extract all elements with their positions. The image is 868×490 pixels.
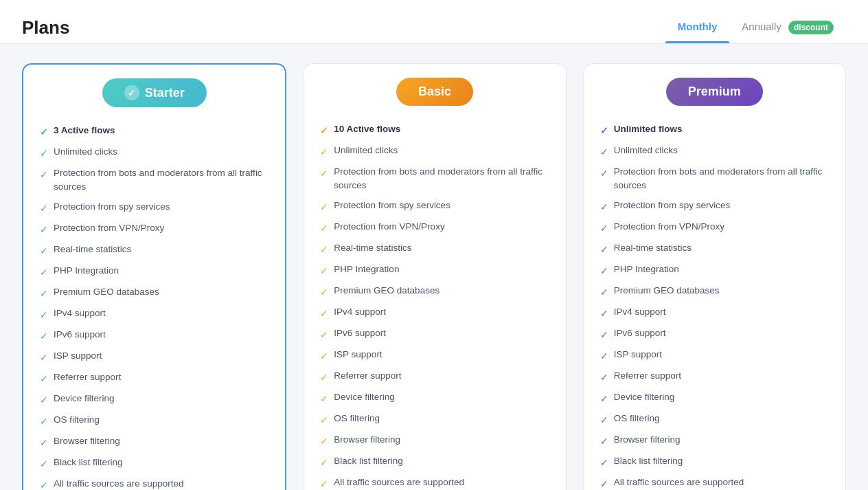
feature-item: ✓IPv6 support bbox=[320, 324, 549, 345]
check-icon: ✓ bbox=[600, 221, 608, 236]
check-icon: ✓ bbox=[40, 372, 48, 386]
feature-item: ✓All traffic sources are supported bbox=[320, 473, 549, 491]
feature-item: ✓Real-time statistics bbox=[40, 240, 269, 261]
check-icon: ✓ bbox=[40, 414, 48, 429]
feature-item: ✓Protection from VPN/Proxy bbox=[320, 217, 549, 238]
feature-text: Referrer support bbox=[614, 369, 681, 383]
plan-badge-premium: Premium bbox=[666, 78, 763, 106]
check-icon: ✓ bbox=[320, 166, 328, 181]
feature-item: ✓PHP Integration bbox=[320, 260, 549, 281]
annually-option[interactable]: Annually discount bbox=[729, 12, 846, 43]
check-icon: ✓ bbox=[320, 124, 328, 138]
plan-header-starter: ✓Starter bbox=[23, 65, 285, 118]
feature-text: Protection from spy services bbox=[614, 199, 731, 212]
check-icon: ✓ bbox=[320, 285, 328, 300]
feature-text: ISP support bbox=[54, 349, 102, 363]
check-icon: ✓ bbox=[320, 477, 328, 491]
feature-item: ✓Unlimited clicks bbox=[320, 141, 549, 162]
feature-text: PHP Integration bbox=[54, 264, 119, 278]
feature-item: ✓Protection from spy services bbox=[40, 197, 269, 219]
check-icon: ✓ bbox=[600, 243, 608, 257]
check-icon: ✓ bbox=[40, 457, 48, 471]
feature-item: ✓Protection from spy services bbox=[320, 196, 549, 217]
check-icon: ✓ bbox=[600, 124, 608, 138]
check-icon: ✓ bbox=[40, 146, 48, 161]
feature-text: ISP support bbox=[334, 348, 382, 361]
feature-text: Protection from VPN/Proxy bbox=[334, 220, 444, 234]
check-icon: ✓ bbox=[600, 145, 608, 159]
feature-text: Protection from bots and moderators from… bbox=[614, 165, 829, 193]
feature-item: ✓OS filtering bbox=[600, 409, 829, 430]
plan-card-premium: Premium✓Unlimited flows✓Unlimited clicks… bbox=[583, 63, 846, 490]
feature-text: Unlimited clicks bbox=[54, 145, 117, 159]
feature-text: OS filtering bbox=[614, 412, 660, 425]
feature-item: ✓ISP support bbox=[600, 345, 829, 366]
monthly-option[interactable]: Monthly bbox=[665, 12, 730, 43]
feature-text: Real-time statistics bbox=[614, 241, 692, 255]
feature-item: ✓Browser filtering bbox=[600, 430, 829, 452]
feature-text: Device filtering bbox=[334, 390, 395, 404]
feature-text: IPv6 support bbox=[334, 326, 386, 340]
feature-item: ✓Real-time statistics bbox=[320, 238, 549, 260]
plan-badge-basic: Basic bbox=[396, 78, 473, 106]
feature-text: IPv4 support bbox=[54, 307, 106, 320]
feature-item: ✓Protection from spy services bbox=[600, 196, 829, 217]
feature-item: ✓Protection from bots and moderators fro… bbox=[320, 162, 549, 196]
check-icon: ✓ bbox=[600, 328, 608, 342]
check-icon: ✓ bbox=[320, 328, 328, 342]
check-icon: ✓ bbox=[600, 264, 608, 278]
check-icon: ✓ bbox=[40, 201, 48, 216]
plan-badge-starter: ✓Starter bbox=[102, 78, 207, 107]
feature-item: ✓Referrer support bbox=[40, 368, 269, 389]
feature-item: ✓PHP Integration bbox=[40, 261, 269, 282]
features-list-basic: ✓10 Active flows✓Unlimited clicks✓Protec… bbox=[304, 117, 565, 490]
feature-text: Real-time statistics bbox=[334, 241, 411, 255]
feature-text: Premium GEO databases bbox=[54, 285, 159, 299]
feature-text: Premium GEO databases bbox=[614, 284, 720, 298]
check-icon: ✓ bbox=[40, 223, 48, 237]
feature-item: ✓ISP support bbox=[320, 345, 549, 366]
feature-text: All traffic sources are supported bbox=[334, 476, 464, 489]
feature-text: Browser filtering bbox=[54, 434, 120, 448]
check-icon: ✓ bbox=[40, 350, 48, 365]
billing-toggle: Monthly Annually discount bbox=[665, 12, 846, 43]
check-icon: ✓ bbox=[600, 370, 608, 385]
check-icon: ✓ bbox=[320, 307, 328, 321]
plan-card-starter: ✓Starter✓3 Active flows✓Unlimited clicks… bbox=[22, 63, 286, 490]
check-icon: ✓ bbox=[600, 166, 608, 181]
check-icon: ✓ bbox=[40, 244, 48, 258]
feature-item: ✓Device filtering bbox=[600, 388, 829, 409]
check-icon: ✓ bbox=[600, 477, 608, 491]
feature-item: ✓Device filtering bbox=[320, 388, 549, 409]
feature-item: ✓IPv6 support bbox=[600, 324, 829, 345]
plan-header-premium: Premium bbox=[584, 64, 845, 117]
feature-text: Protection from VPN/Proxy bbox=[614, 220, 724, 234]
plan-card-basic: Basic✓10 Active flows✓Unlimited clicks✓P… bbox=[303, 63, 566, 490]
feature-text: Device filtering bbox=[614, 390, 675, 404]
feature-text: Protection from bots and moderators from… bbox=[54, 166, 269, 194]
feature-item: ✓Protection from bots and moderators fro… bbox=[600, 162, 829, 196]
feature-text: IPv4 support bbox=[614, 305, 666, 319]
feature-item: ✓Protection from VPN/Proxy bbox=[40, 219, 269, 240]
plan-header-basic: Basic bbox=[304, 64, 565, 117]
feature-item: ✓Protection from bots and moderators fro… bbox=[40, 164, 269, 197]
check-icon: ✓ bbox=[320, 392, 328, 406]
feature-text: Protection from spy services bbox=[54, 200, 170, 214]
feature-item: ✓Referrer support bbox=[600, 366, 829, 388]
feature-item: ✓10 Active flows bbox=[320, 120, 549, 141]
check-icon: ✓ bbox=[320, 243, 328, 257]
feature-text: Black list filtering bbox=[334, 454, 403, 468]
check-icon: ✓ bbox=[320, 221, 328, 236]
check-icon: ✓ bbox=[600, 200, 608, 214]
plan-name-basic: Basic bbox=[418, 85, 451, 99]
feature-item: ✓Premium GEO databases bbox=[320, 281, 549, 302]
feature-item: ✓Premium GEO databases bbox=[600, 281, 829, 302]
page-header: Plans Monthly Annually discount bbox=[0, 0, 868, 44]
feature-item: ✓Real-time statistics bbox=[600, 238, 829, 260]
check-icon: ✓ bbox=[320, 349, 328, 364]
feature-item: ✓Premium GEO databases bbox=[40, 282, 269, 304]
feature-item: ✓Black list filtering bbox=[600, 452, 829, 473]
feature-item: ✓All traffic sources are supported bbox=[40, 474, 269, 491]
features-list-premium: ✓Unlimited flows✓Unlimited clicks✓Protec… bbox=[584, 117, 845, 490]
check-icon: ✓ bbox=[600, 349, 608, 364]
